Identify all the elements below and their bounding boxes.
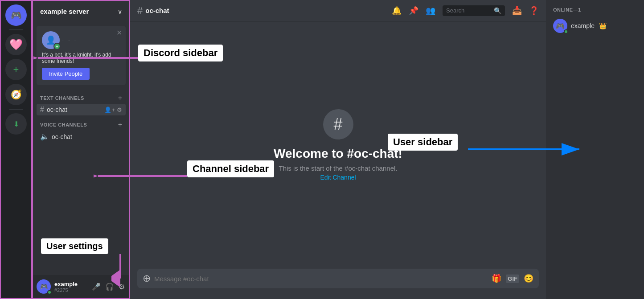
heart-server-icon[interactable]: 🩷 [5, 34, 27, 55]
user-avatar: 🎮 [37, 279, 51, 294]
channel-actions: 👤+ ⚙ [104, 106, 122, 113]
inbox-icon[interactable]: 📥 [512, 6, 522, 16]
channel-name-display: # oc-chat [137, 5, 169, 16]
user-status-indicator [47, 290, 52, 295]
plus-icon: + [13, 64, 19, 75]
hash-icon: # [40, 106, 44, 114]
channel-sidebar: example server ∨ ✕ 👤 + · · · It's a bot,… [32, 0, 130, 299]
bell-icon[interactable]: 🔔 [392, 6, 402, 16]
online-status-dot [564, 29, 568, 34]
home-server-icon[interactable]: 🎮 [5, 4, 27, 26]
members-icon[interactable]: 👥 [426, 6, 435, 16]
add-server-icon[interactable]: + [5, 59, 27, 80]
text-channels-header[interactable]: TEXT CHANNELS + [37, 92, 126, 104]
invite-avatar-area: 👤 + · · · [42, 31, 120, 49]
header-channel-name: oc-chat [145, 7, 169, 14]
user-panel: 🎮 example #2275 🎤 🎧 ⚙ [33, 275, 129, 298]
heart-icon: 🩷 [9, 38, 23, 51]
username: example [54, 281, 87, 287]
discord-logo: 🎮 [11, 10, 22, 20]
add-member-icon[interactable]: 👤+ [104, 106, 115, 113]
hash-welcome-icon: # [333, 115, 342, 134]
add-voice-channel-icon[interactable]: + [118, 121, 122, 129]
pin-icon[interactable]: 📌 [409, 6, 418, 16]
message-input[interactable] [154, 275, 488, 283]
server-name: example server [40, 8, 89, 15]
gift-icon[interactable]: 🎁 [492, 274, 501, 283]
gear-icon[interactable]: ⚙ [117, 106, 122, 113]
speaker-icon: 🔈 [40, 132, 49, 141]
main-chat: # oc-chat 🔔 📌 👥 Search 🔍 📥 ❓ # Welcome t… [130, 0, 546, 299]
add-attachment-icon[interactable]: ⊕ [143, 273, 151, 284]
search-box[interactable]: Search 🔍 [443, 5, 505, 16]
add-text-channel-icon[interactable]: + [118, 94, 122, 102]
welcome-description: This is the start of the #oc-chat channe… [279, 164, 398, 172]
online-username: example [571, 22, 595, 29]
settings-icon[interactable]: ⚙ [118, 282, 126, 292]
invite-avatar: 👤 + [42, 31, 60, 49]
oc-chat-channel-name: oc-chat [47, 106, 102, 113]
welcome-icon: # [323, 109, 353, 139]
search-icon: 🔍 [494, 7, 501, 14]
chevron-down-icon: ∨ [118, 8, 122, 15]
online-user-item[interactable]: 🎮 example 👑 [550, 16, 640, 36]
gif-icon[interactable]: GIF [506, 274, 519, 283]
emoji-icon[interactable]: 😊 [524, 274, 533, 283]
invite-people-button[interactable]: Invite People [42, 68, 90, 80]
microphone-icon[interactable]: 🎤 [91, 282, 102, 292]
server-divider-2 [9, 109, 23, 110]
voice-channels-header[interactable]: VOICE CHANNELS + [37, 119, 126, 131]
invite-popup: ✕ 👤 + · · · It's a bot, it's a knight, i… [37, 26, 126, 85]
chat-header: # oc-chat 🔔 📌 👥 Search 🔍 📥 ❓ [130, 0, 546, 21]
chat-input-area: ⊕ 🎁 GIF 😊 [130, 269, 546, 299]
text-channels-label: TEXT CHANNELS [40, 95, 84, 101]
online-section-title: ONLINE—1 [550, 7, 640, 12]
explore-server-icon[interactable]: 🧭 [5, 84, 27, 105]
header-icons: 🔔 📌 👥 Search 🔍 📥 ❓ [392, 5, 539, 16]
edit-channel-link[interactable]: Edit Channel [320, 174, 356, 181]
user-info: example #2275 [54, 281, 87, 293]
voice-channel-name: oc-chat [52, 133, 122, 140]
crown-icon: 👑 [599, 22, 607, 29]
download-icon: ⬇ [13, 120, 19, 128]
compass-icon: 🧭 [11, 89, 22, 100]
search-placeholder: Search [446, 7, 491, 14]
invite-text: It's a bot, it's a knight, it's add some… [42, 52, 120, 64]
chat-content: # Welcome to #oc-chat! This is the start… [130, 21, 546, 269]
welcome-title: Welcome to #oc-chat! [274, 147, 402, 161]
user-discriminator: #2275 [54, 287, 87, 293]
user-avatar-online: 🎮 [553, 19, 567, 33]
text-channels-section: TEXT CHANNELS + # oc-chat 👤+ ⚙ [33, 92, 129, 115]
chat-input-icons: 🎁 GIF 😊 [492, 274, 533, 283]
chat-input-box: ⊕ 🎁 GIF 😊 [137, 269, 539, 288]
download-server-icon[interactable]: ⬇ [5, 113, 27, 135]
server-header[interactable]: example server ∨ [33, 1, 129, 22]
oc-chat-channel-item[interactable]: # oc-chat 👤+ ⚙ [37, 104, 126, 115]
invite-dots: · · · [62, 38, 78, 43]
close-icon[interactable]: ✕ [116, 29, 122, 37]
header-hash-icon: # [137, 5, 143, 16]
help-icon[interactable]: ❓ [529, 6, 539, 16]
server-divider [9, 29, 23, 30]
voice-channels-section: VOICE CHANNELS + 🔈 oc-chat [33, 119, 129, 143]
user-sidebar: ONLINE—1 🎮 example 👑 [546, 0, 644, 299]
voice-channels-label: VOICE CHANNELS [40, 122, 87, 127]
server-icon-bar: 🎮 🩷 + 🧭 ⬇ [0, 0, 32, 299]
avatar-plus-icon: + [53, 43, 61, 50]
headphones-icon[interactable]: 🎧 [104, 282, 115, 292]
user-controls: 🎤 🎧 ⚙ [91, 282, 126, 292]
voice-oc-chat-item[interactable]: 🔈 oc-chat [37, 131, 126, 143]
